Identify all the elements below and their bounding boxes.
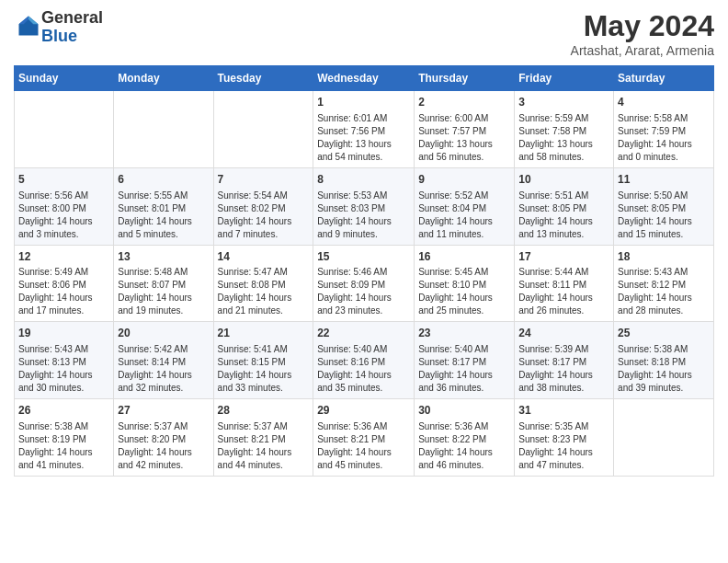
day-cell: 10Sunrise: 5:51 AM Sunset: 8:05 PM Dayli… <box>515 167 614 245</box>
calendar-header-row: SundayMondayTuesdayWednesdayThursdayFrid… <box>15 66 714 91</box>
day-number: 19 <box>18 326 109 341</box>
day-number: 17 <box>518 249 609 265</box>
day-number: 29 <box>317 403 410 419</box>
day-cell: 21Sunrise: 5:41 AM Sunset: 8:15 PM Dayli… <box>213 322 313 399</box>
header-tuesday: Tuesday <box>213 66 313 91</box>
day-number: 11 <box>618 172 710 188</box>
day-number: 24 <box>518 326 609 341</box>
day-cell <box>15 91 114 168</box>
month-title: May 2024 <box>571 9 714 43</box>
day-info: Sunrise: 5:52 AM Sunset: 8:04 PM Dayligh… <box>418 190 510 241</box>
day-info: Sunrise: 5:49 AM Sunset: 8:06 PM Dayligh… <box>18 266 109 317</box>
day-number: 21 <box>218 326 310 341</box>
day-number: 14 <box>218 249 310 265</box>
day-number: 18 <box>618 249 710 265</box>
day-cell: 20Sunrise: 5:42 AM Sunset: 8:14 PM Dayli… <box>114 322 213 399</box>
logo: General Blue <box>14 9 103 46</box>
day-number: 30 <box>418 403 510 419</box>
day-info: Sunrise: 6:00 AM Sunset: 7:57 PM Dayligh… <box>418 112 510 164</box>
page-header: General Blue May 2024 Artashat, Ararat, … <box>14 9 714 58</box>
day-number: 28 <box>218 403 310 419</box>
day-cell: 13Sunrise: 5:48 AM Sunset: 8:07 PM Dayli… <box>114 245 213 322</box>
week-row-3: 12Sunrise: 5:49 AM Sunset: 8:06 PM Dayli… <box>15 245 714 322</box>
day-info: Sunrise: 5:46 AM Sunset: 8:09 PM Dayligh… <box>317 266 410 317</box>
day-cell: 9Sunrise: 5:52 AM Sunset: 8:04 PM Daylig… <box>415 167 515 245</box>
day-cell: 1Sunrise: 6:01 AM Sunset: 7:56 PM Daylig… <box>313 91 415 168</box>
day-info: Sunrise: 5:58 AM Sunset: 7:59 PM Dayligh… <box>618 112 710 164</box>
day-cell: 28Sunrise: 5:37 AM Sunset: 8:21 PM Dayli… <box>213 399 313 477</box>
logo-general-text: General <box>41 8 103 27</box>
day-cell: 26Sunrise: 5:38 AM Sunset: 8:19 PM Dayli… <box>15 399 114 477</box>
day-info: Sunrise: 5:37 AM Sunset: 8:21 PM Dayligh… <box>218 420 310 472</box>
day-cell: 5Sunrise: 5:56 AM Sunset: 8:00 PM Daylig… <box>15 167 114 245</box>
day-info: Sunrise: 5:35 AM Sunset: 8:23 PM Dayligh… <box>518 420 609 472</box>
day-info: Sunrise: 5:39 AM Sunset: 8:17 PM Dayligh… <box>518 343 609 395</box>
day-info: Sunrise: 5:43 AM Sunset: 8:13 PM Dayligh… <box>18 343 109 395</box>
day-cell: 7Sunrise: 5:54 AM Sunset: 8:02 PM Daylig… <box>213 167 313 245</box>
day-cell: 24Sunrise: 5:39 AM Sunset: 8:17 PM Dayli… <box>515 322 614 399</box>
week-row-1: 1Sunrise: 6:01 AM Sunset: 7:56 PM Daylig… <box>15 91 714 168</box>
day-number: 22 <box>317 326 410 341</box>
header-sunday: Sunday <box>15 66 114 91</box>
day-number: 7 <box>218 172 310 188</box>
day-cell: 18Sunrise: 5:43 AM Sunset: 8:12 PM Dayli… <box>614 245 714 322</box>
day-info: Sunrise: 5:59 AM Sunset: 7:58 PM Dayligh… <box>518 112 609 164</box>
day-number: 23 <box>418 326 510 341</box>
day-cell: 6Sunrise: 5:55 AM Sunset: 8:01 PM Daylig… <box>114 167 213 245</box>
day-info: Sunrise: 5:40 AM Sunset: 8:17 PM Dayligh… <box>418 343 510 395</box>
day-number: 3 <box>518 95 609 110</box>
day-cell: 8Sunrise: 5:53 AM Sunset: 8:03 PM Daylig… <box>313 167 415 245</box>
day-info: Sunrise: 5:41 AM Sunset: 8:15 PM Dayligh… <box>218 343 310 395</box>
day-cell: 17Sunrise: 5:44 AM Sunset: 8:11 PM Dayli… <box>515 245 614 322</box>
header-friday: Friday <box>515 66 614 91</box>
day-cell: 2Sunrise: 6:00 AM Sunset: 7:57 PM Daylig… <box>415 91 515 168</box>
logo-icon <box>16 13 41 39</box>
day-cell: 31Sunrise: 5:35 AM Sunset: 8:23 PM Dayli… <box>515 399 614 477</box>
day-cell <box>213 91 313 168</box>
day-info: Sunrise: 5:42 AM Sunset: 8:14 PM Dayligh… <box>118 343 209 395</box>
day-cell <box>114 91 213 168</box>
title-block: May 2024 Artashat, Ararat, Armenia <box>571 9 714 58</box>
day-cell: 4Sunrise: 5:58 AM Sunset: 7:59 PM Daylig… <box>614 91 714 168</box>
day-info: Sunrise: 5:45 AM Sunset: 8:10 PM Dayligh… <box>418 266 510 317</box>
day-info: Sunrise: 5:54 AM Sunset: 8:02 PM Dayligh… <box>218 190 310 241</box>
day-number: 2 <box>418 95 510 110</box>
day-cell: 29Sunrise: 5:36 AM Sunset: 8:21 PM Dayli… <box>313 399 415 477</box>
week-row-4: 19Sunrise: 5:43 AM Sunset: 8:13 PM Dayli… <box>15 322 714 399</box>
day-number: 13 <box>118 249 209 265</box>
day-info: Sunrise: 5:53 AM Sunset: 8:03 PM Dayligh… <box>317 190 410 241</box>
day-info: Sunrise: 5:38 AM Sunset: 8:18 PM Dayligh… <box>618 343 710 395</box>
day-cell: 15Sunrise: 5:46 AM Sunset: 8:09 PM Dayli… <box>313 245 415 322</box>
day-info: Sunrise: 5:47 AM Sunset: 8:08 PM Dayligh… <box>218 266 310 317</box>
day-info: Sunrise: 5:48 AM Sunset: 8:07 PM Dayligh… <box>118 266 209 317</box>
header-thursday: Thursday <box>415 66 515 91</box>
header-saturday: Saturday <box>614 66 714 91</box>
day-info: Sunrise: 5:37 AM Sunset: 8:20 PM Dayligh… <box>118 420 209 472</box>
day-info: Sunrise: 5:36 AM Sunset: 8:21 PM Dayligh… <box>317 420 410 472</box>
header-monday: Monday <box>114 66 213 91</box>
day-number: 10 <box>518 172 609 188</box>
day-number: 16 <box>418 249 510 265</box>
day-info: Sunrise: 5:36 AM Sunset: 8:22 PM Dayligh… <box>418 420 510 472</box>
day-info: Sunrise: 5:38 AM Sunset: 8:19 PM Dayligh… <box>18 420 109 472</box>
day-cell: 3Sunrise: 5:59 AM Sunset: 7:58 PM Daylig… <box>515 91 614 168</box>
day-number: 6 <box>118 172 209 188</box>
logo-blue-text: Blue <box>41 27 77 45</box>
day-info: Sunrise: 5:55 AM Sunset: 8:01 PM Dayligh… <box>118 190 209 241</box>
day-number: 4 <box>618 95 710 110</box>
day-info: Sunrise: 5:43 AM Sunset: 8:12 PM Dayligh… <box>618 266 710 317</box>
day-info: Sunrise: 5:44 AM Sunset: 8:11 PM Dayligh… <box>518 266 609 317</box>
day-number: 8 <box>317 172 410 188</box>
day-cell: 27Sunrise: 5:37 AM Sunset: 8:20 PM Dayli… <box>114 399 213 477</box>
day-info: Sunrise: 5:50 AM Sunset: 8:05 PM Dayligh… <box>618 190 710 241</box>
day-cell: 14Sunrise: 5:47 AM Sunset: 8:08 PM Dayli… <box>213 245 313 322</box>
day-number: 9 <box>418 172 510 188</box>
day-cell: 16Sunrise: 5:45 AM Sunset: 8:10 PM Dayli… <box>415 245 515 322</box>
day-number: 5 <box>18 172 109 188</box>
day-number: 1 <box>317 95 410 110</box>
day-cell: 11Sunrise: 5:50 AM Sunset: 8:05 PM Dayli… <box>614 167 714 245</box>
calendar-table: SundayMondayTuesdayWednesdayThursdayFrid… <box>14 65 714 477</box>
day-cell: 12Sunrise: 5:49 AM Sunset: 8:06 PM Dayli… <box>15 245 114 322</box>
day-info: Sunrise: 5:51 AM Sunset: 8:05 PM Dayligh… <box>518 190 609 241</box>
day-number: 27 <box>118 403 209 419</box>
